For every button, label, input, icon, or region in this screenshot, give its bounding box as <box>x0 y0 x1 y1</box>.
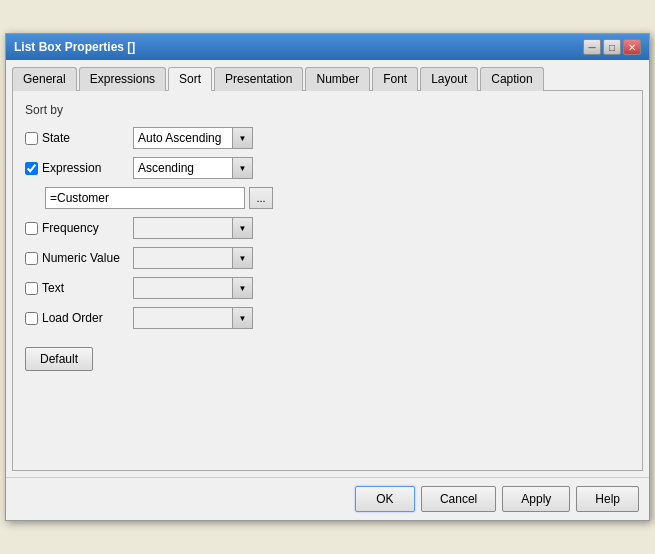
window-title: List Box Properties [] <box>14 40 135 54</box>
load-order-dropdown-arrow: ▼ <box>232 308 252 328</box>
numeric-value-dropdown[interactable]: ▼ <box>133 247 253 269</box>
frequency-checkbox[interactable] <box>25 222 38 235</box>
expression-dropdown[interactable]: Ascending ▼ <box>133 157 253 179</box>
default-button[interactable]: Default <box>25 347 93 371</box>
text-checkbox[interactable] <box>25 282 38 295</box>
frequency-label[interactable]: Frequency <box>25 221 125 235</box>
load-order-checkbox[interactable] <box>25 312 38 325</box>
ok-button[interactable]: OK <box>355 486 415 512</box>
load-order-label[interactable]: Load Order <box>25 311 125 325</box>
tab-font[interactable]: Font <box>372 67 418 91</box>
tab-expressions[interactable]: Expressions <box>79 67 166 91</box>
text-row: Text ▼ <box>25 277 630 299</box>
tab-presentation[interactable]: Presentation <box>214 67 303 91</box>
tab-caption[interactable]: Caption <box>480 67 543 91</box>
title-bar: List Box Properties [] ─ □ ✕ <box>6 34 649 60</box>
tab-number[interactable]: Number <box>305 67 370 91</box>
frequency-dropdown[interactable]: ▼ <box>133 217 253 239</box>
expression-input-row: ... <box>45 187 630 209</box>
load-order-row: Load Order ▼ <box>25 307 630 329</box>
close-button[interactable]: ✕ <box>623 39 641 55</box>
sort-tab-content: Sort by State Auto Ascending ▼ Expressio… <box>12 91 643 471</box>
help-button[interactable]: Help <box>576 486 639 512</box>
apply-button[interactable]: Apply <box>502 486 570 512</box>
numeric-value-dropdown-arrow: ▼ <box>232 248 252 268</box>
main-window: List Box Properties [] ─ □ ✕ General Exp… <box>5 33 650 521</box>
sort-by-label: Sort by <box>25 103 630 117</box>
numeric-value-label[interactable]: Numeric Value <box>25 251 125 265</box>
maximize-button[interactable]: □ <box>603 39 621 55</box>
tab-general[interactable]: General <box>12 67 77 91</box>
text-dropdown-arrow: ▼ <box>232 278 252 298</box>
minimize-button[interactable]: ─ <box>583 39 601 55</box>
state-checkbox[interactable] <box>25 132 38 145</box>
expression-label[interactable]: Expression <box>25 161 125 175</box>
expression-checkbox[interactable] <box>25 162 38 175</box>
expression-input[interactable] <box>45 187 245 209</box>
text-label[interactable]: Text <box>25 281 125 295</box>
numeric-value-row: Numeric Value ▼ <box>25 247 630 269</box>
load-order-dropdown[interactable]: ▼ <box>133 307 253 329</box>
tab-layout[interactable]: Layout <box>420 67 478 91</box>
bottom-bar: OK Cancel Apply Help <box>6 477 649 520</box>
cancel-button[interactable]: Cancel <box>421 486 496 512</box>
state-dropdown-arrow: ▼ <box>232 128 252 148</box>
state-row: State Auto Ascending ▼ <box>25 127 630 149</box>
frequency-dropdown-arrow: ▼ <box>232 218 252 238</box>
state-dropdown[interactable]: Auto Ascending ▼ <box>133 127 253 149</box>
text-dropdown[interactable]: ▼ <box>133 277 253 299</box>
numeric-value-checkbox[interactable] <box>25 252 38 265</box>
title-bar-controls: ─ □ ✕ <box>583 39 641 55</box>
expression-dropdown-arrow: ▼ <box>232 158 252 178</box>
expression-row: Expression Ascending ▼ <box>25 157 630 179</box>
state-label[interactable]: State <box>25 131 125 145</box>
browse-button[interactable]: ... <box>249 187 273 209</box>
tab-sort[interactable]: Sort <box>168 67 212 91</box>
window-content: General Expressions Sort Presentation Nu… <box>6 60 649 477</box>
frequency-row: Frequency ▼ <box>25 217 630 239</box>
tab-bar: General Expressions Sort Presentation Nu… <box>12 66 643 91</box>
